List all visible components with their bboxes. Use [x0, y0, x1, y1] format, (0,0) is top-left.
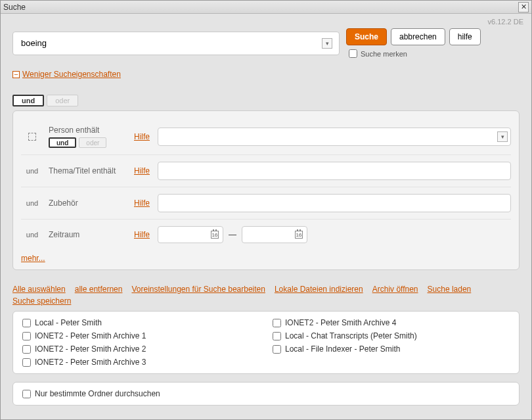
calendar-icon: 16	[295, 231, 303, 239]
titlebar: Suche ✕	[1, 1, 531, 14]
source-label: Local - Chat Transcripts (Peter Smith)	[285, 331, 417, 340]
date-to-input[interactable]: 16	[242, 226, 307, 243]
source-label: IONET2 - Peter Smith Archive 1	[35, 331, 146, 340]
source-checkbox[interactable]: IONET2 - Peter Smith Archive 4	[273, 318, 510, 327]
move-handle-icon[interactable]	[28, 133, 36, 141]
edit-defaults-link[interactable]: Voreinstellungen für Suche bearbeiten	[131, 285, 265, 294]
criteria-label: Zeitraum	[49, 230, 129, 239]
cancel-button[interactable]: abbrechen	[391, 28, 445, 45]
criteria-prefix: und	[21, 231, 43, 239]
global-logic-selector: und oder	[12, 95, 520, 106]
criteria-prefix: und	[21, 199, 43, 207]
source-label: Local - File Indexer - Peter Smith	[285, 344, 400, 354]
folders-panel: Nur bestimmte Ordner durchsuchen	[12, 382, 520, 406]
source-checkbox-input[interactable]	[273, 332, 281, 340]
sources-panel: Local - Peter SmithIONET2 - Peter Smith …	[12, 311, 520, 374]
daterange-fields: 16 — 16	[158, 226, 307, 243]
criteria-help-link[interactable]: Hilfe	[134, 166, 150, 175]
source-label: IONET2 - Peter Smith Archive 4	[285, 318, 396, 327]
source-checkbox-input[interactable]	[273, 319, 281, 327]
source-checkbox-input[interactable]	[22, 345, 31, 354]
criteria-row-attachment: und Zubehör Hilfe	[21, 187, 511, 219]
version-label: v6.12.2 DE	[488, 18, 523, 26]
window-title: Suche	[3, 3, 518, 12]
criteria-panel: Person enthält und oder Hilfe ▾ und Them…	[12, 110, 520, 270]
source-checkbox[interactable]: IONET2 - Peter Smith Archive 1	[22, 331, 259, 340]
logic-or-button[interactable]: oder	[47, 95, 78, 106]
criteria-row-person: Person enthält und oder Hilfe ▾	[21, 119, 511, 154]
source-checkbox[interactable]: Local - Peter Smith	[22, 318, 259, 327]
only-specific-folders-label: Nur bestimmte Ordner durchsuchen	[35, 389, 160, 398]
attachment-input[interactable]	[158, 194, 511, 212]
row-logic-and-button[interactable]: und	[49, 137, 76, 148]
source-checkbox[interactable]: IONET2 - Peter Smith Archive 2	[22, 344, 259, 354]
search-input-wrapper: ▾	[12, 32, 340, 55]
source-checkbox-input[interactable]	[22, 332, 31, 340]
save-search-link[interactable]: Suche speichern	[12, 296, 71, 306]
select-all-link[interactable]: Alle auswählen	[12, 285, 66, 294]
source-label: IONET2 - Peter Smith Archive 3	[35, 358, 146, 367]
person-dropdown[interactable]: ▾	[158, 128, 511, 146]
more-criteria-link[interactable]: mehr...	[21, 254, 45, 263]
sources-grid: Local - Peter SmithIONET2 - Peter Smith …	[22, 318, 510, 367]
source-checkbox-input[interactable]	[273, 345, 281, 354]
only-specific-folders-checkbox[interactable]: Nur bestimmte Ordner durchsuchen	[22, 389, 510, 398]
only-specific-folders-input[interactable]	[22, 390, 31, 398]
actions-linkbar: Alle auswählen alle entfernen Voreinstel…	[12, 285, 520, 306]
close-icon[interactable]: ✕	[518, 2, 529, 12]
collapse-icon: −	[12, 71, 20, 78]
criteria-row-subject: und Thema/Titel enthält Hilfe	[21, 154, 511, 187]
criteria-label: Zubehör	[49, 198, 129, 208]
remember-search-input[interactable]	[349, 49, 357, 58]
chevron-down-icon[interactable]: ▾	[497, 131, 508, 142]
search-dialog: Suche ✕ v6.12.2 DE ▾ Suche abbrechen hil…	[0, 0, 532, 420]
help-button[interactable]: hilfe	[449, 28, 481, 45]
criteria-prefix	[21, 133, 43, 141]
logic-and-button[interactable]: und	[12, 95, 44, 106]
daterange-separator: —	[229, 230, 236, 239]
search-buttons: Suche abbrechen hilfe Suche merken	[346, 28, 481, 58]
source-checkbox-input[interactable]	[22, 319, 31, 327]
criteria-label-block: Person enthält und oder	[49, 126, 129, 148]
criteria-help-link[interactable]: Hilfe	[134, 132, 150, 141]
remember-search-checkbox[interactable]: Suche merken	[346, 49, 481, 58]
source-checkbox-input[interactable]	[22, 358, 31, 367]
criteria-label: Person enthält	[49, 126, 129, 135]
search-toprow: ▾ Suche abbrechen hilfe Suche merken	[12, 28, 520, 58]
toggle-properties-label: Weniger Sucheigenschaften	[22, 70, 121, 79]
load-search-link[interactable]: Suche laden	[428, 285, 472, 294]
date-from-input[interactable]: 16	[158, 226, 223, 243]
index-local-link[interactable]: Lokale Dateien indizieren	[275, 285, 363, 294]
subject-input[interactable]	[158, 162, 511, 180]
source-checkbox[interactable]: IONET2 - Peter Smith Archive 3	[22, 358, 259, 367]
source-checkbox[interactable]: Local - File Indexer - Peter Smith	[273, 344, 510, 354]
source-checkbox[interactable]: Local - Chat Transcripts (Peter Smith)	[273, 331, 510, 340]
button-row: Suche abbrechen hilfe	[346, 28, 481, 45]
toggle-properties-link[interactable]: − Weniger Sucheigenschaften	[12, 70, 121, 79]
row-logic-or-button[interactable]: oder	[79, 137, 106, 148]
criteria-label: Thema/Titel enthält	[49, 166, 129, 175]
remove-all-link[interactable]: alle entfernen	[75, 285, 123, 294]
criteria-row-daterange: und Zeitraum Hilfe 16 — 16	[21, 219, 511, 250]
open-archive-link[interactable]: Archiv öffnen	[372, 285, 418, 294]
chevron-down-icon[interactable]: ▾	[322, 38, 332, 49]
dialog-body: v6.12.2 DE ▾ Suche abbrechen hilfe Suche…	[1, 14, 531, 412]
calendar-icon: 16	[211, 231, 219, 239]
remember-search-label: Suche merken	[361, 50, 407, 58]
search-input[interactable]	[20, 37, 322, 49]
criteria-help-link[interactable]: Hilfe	[134, 198, 150, 208]
source-label: Local - Peter Smith	[35, 318, 102, 327]
criteria-prefix: und	[21, 167, 43, 175]
search-button[interactable]: Suche	[346, 28, 387, 45]
source-label: IONET2 - Peter Smith Archive 2	[35, 344, 146, 354]
criteria-help-link[interactable]: Hilfe	[134, 230, 150, 239]
